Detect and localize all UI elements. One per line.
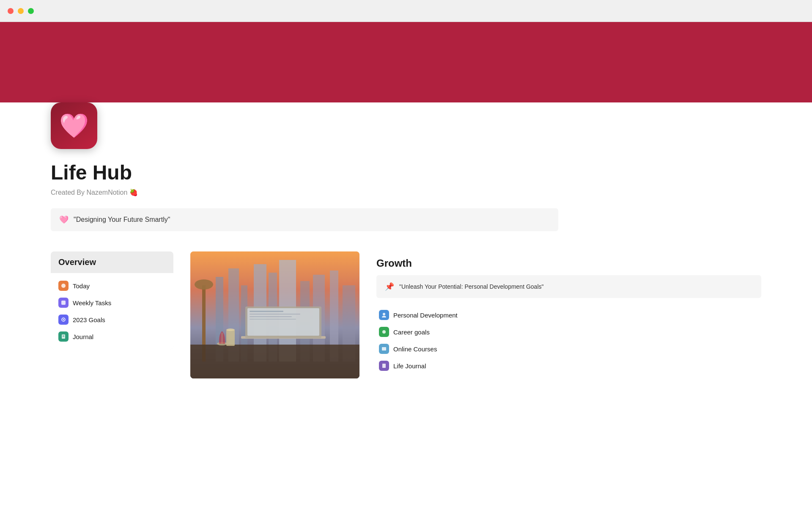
- career-goals-label: Career goals: [393, 329, 430, 336]
- svg-rect-26: [247, 308, 319, 336]
- city-photo: [190, 251, 359, 378]
- svg-rect-31: [226, 330, 235, 346]
- svg-point-32: [226, 329, 235, 331]
- journal-icon: [58, 331, 69, 342]
- svg-point-3: [63, 319, 64, 320]
- app-icon: 🩷: [51, 102, 97, 149]
- personal-dev-label: Personal Development: [393, 312, 458, 319]
- overview-heading: Overview: [51, 251, 173, 273]
- quote-text: "Designing Your Future Smartly": [74, 216, 170, 224]
- today-label: Today: [73, 282, 90, 290]
- svg-point-33: [383, 313, 385, 315]
- online-courses-label: Online Courses: [393, 345, 437, 353]
- quote-heart-icon: 🩷: [59, 215, 69, 224]
- heart-icon: 🩷: [59, 112, 89, 140]
- weekly-tasks-icon: [58, 298, 69, 308]
- page-subtitle: Created By NazemNotion 🍓: [51, 188, 761, 196]
- growth-item-life-journal[interactable]: Life Journal: [376, 357, 761, 374]
- overview-items: Today Weekly Tasks: [51, 273, 173, 349]
- quote-box: 🩷 "Designing Your Future Smartly": [51, 208, 558, 231]
- svg-point-23: [219, 344, 225, 345]
- minimize-button[interactable]: [18, 8, 24, 14]
- personal-dev-icon: [379, 310, 389, 320]
- overview-item-today[interactable]: Today: [53, 277, 171, 294]
- strawberry-emoji: 🍓: [129, 189, 138, 196]
- svg-rect-1: [61, 301, 66, 305]
- life-journal-icon: [379, 361, 389, 371]
- goals-label: 2023 Goals: [73, 316, 105, 323]
- weekly-tasks-label: Weekly Tasks: [73, 299, 111, 306]
- life-journal-label: Life Journal: [393, 362, 426, 370]
- svg-rect-29: [250, 316, 292, 317]
- page-title: Life Hub: [51, 161, 761, 184]
- columns-section: Overview Today Wee: [51, 251, 761, 378]
- growth-quote-box: 📌 "Unleash Your Potential: Personal Deve…: [376, 275, 761, 298]
- page-icon: 🩷: [51, 102, 761, 149]
- journal-label: Journal: [73, 333, 93, 340]
- growth-heading: Growth: [376, 251, 761, 275]
- goals-icon: [58, 315, 69, 325]
- growth-pinned-quote: "Unleash Your Potential: Personal Develo…: [399, 283, 543, 290]
- growth-item-online-courses[interactable]: Online Courses: [376, 340, 761, 357]
- svg-rect-35: [382, 347, 386, 351]
- maximize-button[interactable]: [28, 8, 34, 14]
- growth-panel: Growth 📌 "Unleash Your Potential: Person…: [376, 251, 761, 376]
- svg-rect-22: [222, 333, 222, 345]
- svg-rect-27: [250, 311, 283, 312]
- growth-item-personal-development[interactable]: Personal Development: [376, 306, 761, 323]
- titlebar: [0, 0, 812, 22]
- city-photo-panel: [190, 251, 359, 378]
- growth-items: Personal Development Career goals: [376, 305, 761, 376]
- online-courses-icon: [379, 344, 389, 354]
- overview-item-2023-goals[interactable]: 2023 Goals: [53, 311, 171, 328]
- svg-rect-36: [382, 364, 386, 368]
- overview-item-weekly-tasks[interactable]: Weekly Tasks: [53, 294, 171, 311]
- svg-rect-20: [190, 345, 359, 378]
- overview-item-journal[interactable]: Journal: [53, 328, 171, 345]
- svg-rect-28: [250, 314, 300, 315]
- svg-point-19: [195, 279, 213, 290]
- today-icon: [58, 281, 69, 291]
- svg-rect-30: [250, 319, 296, 320]
- pin-icon: 📌: [385, 282, 394, 291]
- overview-panel: Overview Today Wee: [51, 251, 173, 349]
- page-content: 🩷 Life Hub Created By NazemNotion 🍓 🩷 "D…: [0, 102, 812, 412]
- svg-point-0: [61, 284, 66, 288]
- career-goals-icon: [379, 327, 389, 337]
- svg-point-34: [382, 330, 386, 334]
- close-button[interactable]: [8, 8, 14, 14]
- growth-item-career-goals[interactable]: Career goals: [376, 323, 761, 340]
